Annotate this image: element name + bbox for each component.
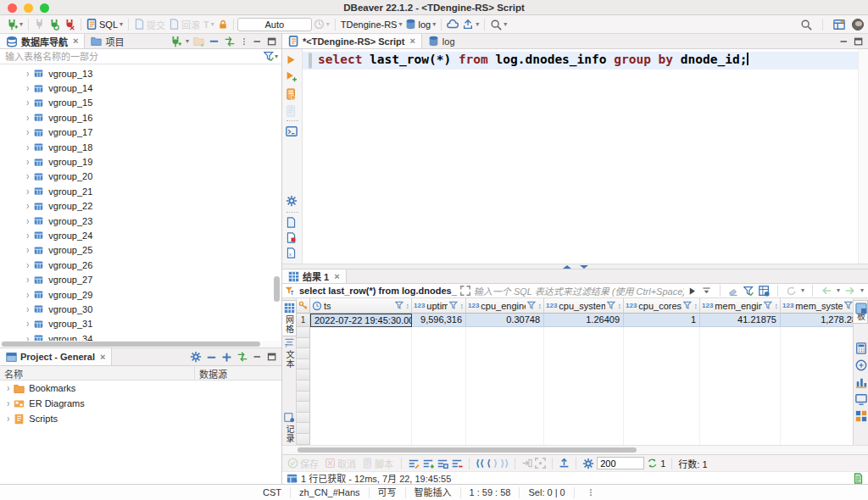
editor-results-sash[interactable]: [282, 264, 868, 269]
close-icon[interactable]: ×: [100, 353, 105, 362]
chevron-right-icon[interactable]: ›: [7, 414, 9, 424]
close-icon[interactable]: ×: [409, 36, 415, 46]
quick-search-button[interactable]: [798, 17, 814, 32]
commit-mode-combo[interactable]: Auto: [237, 18, 312, 31]
row-number-cell[interactable]: 1: [297, 314, 310, 327]
tree-item-vgroup_22[interactable]: ›vgroup_22: [0, 199, 281, 214]
apply-filter-icon[interactable]: [687, 286, 697, 296]
column-filter-icon[interactable]: [607, 301, 616, 310]
collapse-icon[interactable]: [206, 352, 217, 363]
cell-ts[interactable]: 2022-07-22 19:45:30.000: [310, 314, 412, 327]
commit-button[interactable]: 提交: [132, 17, 167, 32]
chevron-right-icon[interactable]: ›: [26, 69, 29, 79]
save-file-icon[interactable]: [286, 232, 297, 243]
forward-icon[interactable]: [844, 286, 856, 296]
back-icon[interactable]: [821, 286, 832, 296]
tree-item-vgroup_15[interactable]: ›vgroup_15: [0, 96, 281, 110]
tab-project-general[interactable]: Project - General ×: [0, 348, 112, 365]
close-window-button[interactable]: [8, 3, 17, 13]
cell-cpu_engine[interactable]: 0.30748: [466, 314, 544, 327]
references-panel-icon[interactable]: [855, 393, 867, 405]
chevron-right-icon[interactable]: ›: [26, 334, 29, 341]
close-icon[interactable]: ×: [73, 36, 78, 46]
perspective-button[interactable]: [832, 17, 847, 32]
column-sort-icon[interactable]: ↕: [460, 302, 465, 310]
user-avatar[interactable]: [852, 19, 864, 31]
network-profiles-button[interactable]: ▾: [460, 17, 481, 32]
add-row-icon[interactable]: [422, 458, 434, 469]
execute-new-tab-icon[interactable]: [286, 71, 297, 82]
chevron-right-icon[interactable]: ›: [26, 319, 29, 329]
column-sort-icon[interactable]: ↕: [694, 302, 698, 310]
execute-script-icon[interactable]: [286, 88, 298, 100]
fetch-size-input[interactable]: [597, 457, 644, 469]
tree-item-vgroup_21[interactable]: ›vgroup_21: [0, 184, 281, 198]
link-with-editor-icon[interactable]: [236, 351, 248, 363]
last-row-button[interactable]: ⟩⟩: [500, 458, 509, 469]
column-sort-icon[interactable]: ↕: [618, 302, 622, 310]
sql-console-icon[interactable]: [286, 125, 298, 137]
column-filter-icon[interactable]: [683, 301, 693, 310]
column-header-uptime[interactable]: 123uptime↕: [412, 298, 466, 314]
chevron-right-icon[interactable]: ›: [26, 127, 29, 137]
explain-plan-icon[interactable]: [286, 105, 298, 117]
column-filter-icon[interactable]: [395, 301, 404, 310]
clear-filter-icon[interactable]: [728, 286, 739, 297]
chevron-right-icon[interactable]: ›: [7, 383, 9, 393]
chevron-right-icon[interactable]: ›: [26, 157, 29, 167]
cell-cpu_system[interactable]: 1.26409: [544, 314, 624, 327]
tree-item-vgroup_34[interactable]: ›vgroup_34: [0, 331, 281, 341]
column-header-cpu_system[interactable]: 123cpu_system↕: [544, 298, 624, 314]
column-header-cpu_cores[interactable]: 123cpu_cores↕: [624, 298, 700, 314]
cloud-button[interactable]: [445, 17, 460, 32]
filter-history-icon[interactable]: [701, 286, 712, 296]
filter-icon[interactable]: [264, 51, 275, 62]
active-connection-selector[interactable]: TDengine-RS▾: [339, 17, 404, 32]
chevron-right-icon[interactable]: ›: [26, 275, 29, 285]
link-with-editor-icon[interactable]: [224, 36, 236, 47]
tree-item-vgroup_14[interactable]: ›vgroup_14: [0, 81, 281, 95]
chevron-right-icon[interactable]: ›: [26, 171, 29, 181]
editor-text-area[interactable]: select last_row(*) from log.dnodes_info …: [303, 49, 868, 264]
expand-filter-icon[interactable]: [460, 286, 470, 296]
tab-grid-presentation[interactable]: 网格: [282, 300, 297, 336]
cancel-button[interactable]: 取消: [323, 457, 358, 470]
filter-placeholder[interactable]: 输入一个 SQL 表达式来过滤结果 (使用 Ctrl+Space): [474, 284, 684, 297]
result-query-text[interactable]: select last_row(*) from log.dnodes_: [299, 286, 457, 296]
chevron-right-icon[interactable]: ›: [26, 304, 29, 314]
tree-vertical-scrollbar[interactable]: [274, 276, 280, 302]
view-menu-icon[interactable]: [240, 36, 248, 47]
column-header-name[interactable]: 名称: [0, 366, 195, 380]
duplicate-row-icon[interactable]: [437, 458, 448, 469]
column-filter-icon[interactable]: [449, 301, 459, 310]
column-header-cpu_engine[interactable]: 123cpu_engine↕: [466, 298, 544, 314]
transaction-log-button[interactable]: ▾: [312, 17, 331, 32]
transaction-mode-button[interactable]: T▾: [202, 17, 216, 32]
chevron-right-icon[interactable]: ›: [26, 97, 29, 108]
tab-text-presentation[interactable]: T 文本: [282, 336, 297, 370]
tab-projects[interactable]: 项目: [85, 34, 130, 48]
script-button[interactable]: 脚本: [360, 457, 395, 470]
save-filter-icon[interactable]: [743, 286, 754, 297]
column-filter-icon[interactable]: [527, 301, 537, 310]
export-data-icon[interactable]: [559, 458, 570, 469]
tree-item-vgroup_20[interactable]: ›vgroup_20: [0, 169, 281, 184]
expand-icon[interactable]: [221, 352, 232, 363]
column-sort-icon[interactable]: ↕: [775, 302, 779, 310]
cell-cpu_cores[interactable]: 1: [624, 314, 700, 327]
chevron-right-icon[interactable]: ›: [26, 245, 29, 255]
toolbar-search-button[interactable]: ▾: [488, 17, 509, 32]
auto-refresh-icon[interactable]: [647, 458, 658, 469]
grid-config-icon[interactable]: [582, 458, 594, 469]
active-database-selector[interactable]: log▾: [403, 17, 437, 32]
tab-log-database[interactable]: log: [422, 34, 461, 48]
tree-item-vgroup_19[interactable]: ›vgroup_19: [0, 154, 281, 169]
tree-item-vgroup_16[interactable]: ›vgroup_16: [0, 110, 281, 125]
chevron-right-icon[interactable]: ›: [26, 216, 29, 226]
refresh-icon[interactable]: [786, 286, 797, 297]
minimize-view-icon[interactable]: [839, 36, 849, 47]
open-file-icon[interactable]: [286, 217, 297, 228]
project-item-bookmarks[interactable]: ›Bookmarks: [0, 381, 281, 396]
tree-item-vgroup_26[interactable]: ›vgroup_26: [0, 258, 281, 272]
grid-horizontal-scrollbar[interactable]: [282, 445, 868, 454]
